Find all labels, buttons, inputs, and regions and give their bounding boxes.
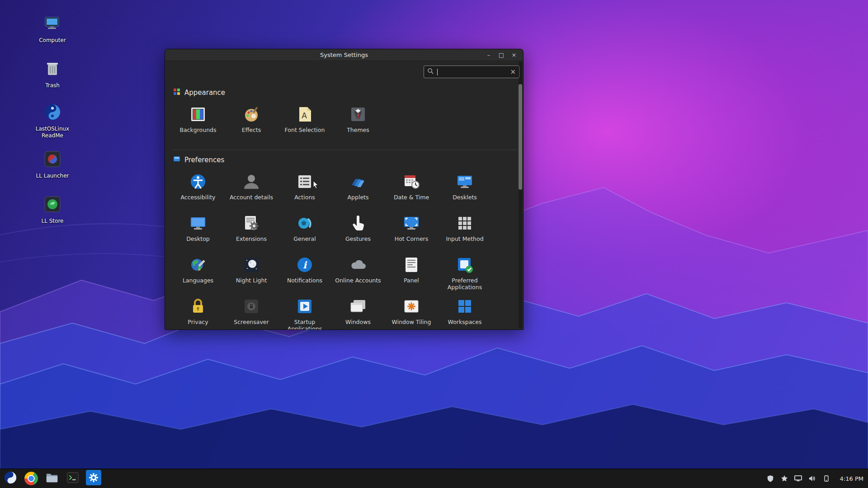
taskbar-clock[interactable]: 4:16 PM xyxy=(840,475,863,482)
search-row: × xyxy=(165,61,523,83)
tile-themes[interactable]: Themes xyxy=(331,103,385,142)
tile-gestures[interactable]: Gestures xyxy=(331,211,385,253)
tile-date-time[interactable]: Date & Time xyxy=(385,170,438,211)
tile-actions[interactable]: Actions xyxy=(278,170,331,211)
readme-icon xyxy=(42,102,62,122)
hot-corners-icon xyxy=(401,213,421,233)
tile-font-selection[interactable]: A Font Selection xyxy=(278,103,331,142)
gestures-icon xyxy=(348,213,368,233)
display-icon[interactable] xyxy=(794,474,802,483)
clear-search-icon[interactable]: × xyxy=(510,68,516,76)
ll-store-icon xyxy=(42,194,62,214)
tile-label: Date & Time xyxy=(394,194,429,201)
tile-label: Night Light xyxy=(236,277,267,284)
night-light-icon xyxy=(241,255,261,275)
tile-label: Effects xyxy=(242,127,261,133)
tile-label: Windows xyxy=(345,319,371,325)
tile-account-details[interactable]: Account details xyxy=(225,170,278,211)
panel-icon xyxy=(401,255,421,275)
tile-effects[interactable]: Effects xyxy=(225,103,278,142)
tile-label: Desktop xyxy=(186,235,210,242)
desktop-icon-label: LastOSLinux ReadMe xyxy=(30,126,75,139)
system-settings-window: System Settings – □ × × Appearance xyxy=(165,49,524,330)
desktop-icon-ll-launcher[interactable]: LL Launcher xyxy=(30,149,75,179)
desktop-icon-label: LL Launcher xyxy=(30,173,75,179)
trash-icon xyxy=(42,59,62,79)
tile-label: Account details xyxy=(230,194,273,201)
mouse-cursor xyxy=(311,180,321,190)
desktop-icon-trash[interactable]: Trash xyxy=(30,59,75,89)
tile-label: Online Accounts xyxy=(335,277,381,284)
close-button[interactable]: × xyxy=(508,49,520,61)
tile-extensions[interactable]: Extensions xyxy=(225,211,278,253)
settings-launcher-active[interactable] xyxy=(86,471,101,486)
browser-launcher[interactable] xyxy=(24,471,39,486)
desktop-icon-ll-store[interactable]: LL Store xyxy=(30,194,75,225)
tile-label: Hot Corners xyxy=(395,235,428,242)
tile-label: Extensions xyxy=(236,235,267,242)
tile-label: Notifications xyxy=(287,277,322,284)
tile-general[interactable]: General xyxy=(278,211,331,253)
chrome-icon xyxy=(24,472,38,485)
tile-applets[interactable]: Applets xyxy=(331,170,385,211)
tile-hot-corners[interactable]: Hot Corners xyxy=(385,211,438,253)
search-box[interactable]: × xyxy=(424,66,519,78)
tile-label: Desklets xyxy=(453,194,477,201)
general-icon xyxy=(295,213,315,233)
appearance-section-icon xyxy=(173,88,180,97)
titlebar[interactable]: System Settings – □ × xyxy=(165,49,523,61)
minimize-button[interactable]: – xyxy=(482,49,495,61)
volume-icon[interactable] xyxy=(808,474,816,483)
desktop-icon-label: Trash xyxy=(30,82,75,89)
tile-screensaver[interactable]: Screensaver xyxy=(225,295,278,329)
tile-languages[interactable]: Languages xyxy=(171,253,225,295)
menu-button[interactable] xyxy=(3,471,18,486)
section-header-preferences: Preferences xyxy=(173,155,523,164)
folder-icon xyxy=(45,471,59,486)
search-input[interactable] xyxy=(439,69,508,75)
tile-startup-applications[interactable]: Startup Applications xyxy=(278,295,331,329)
tile-preferred-applications[interactable]: Preferred Applications xyxy=(438,253,491,295)
menu-icon xyxy=(4,471,17,486)
taskbar: 4:16 PM xyxy=(0,469,868,488)
preferences-grid: Accessibility Account details Actions Ap… xyxy=(171,170,523,329)
tile-online-accounts[interactable]: Online Accounts xyxy=(331,253,385,295)
maximize-button[interactable]: □ xyxy=(495,49,508,61)
tile-backgrounds[interactable]: Backgrounds xyxy=(171,103,225,142)
tile-panel[interactable]: Panel xyxy=(385,253,438,295)
backgrounds-icon xyxy=(188,104,208,124)
section-title: Preferences xyxy=(184,156,224,164)
online-accounts-icon xyxy=(348,255,368,275)
tile-accessibility[interactable]: Accessibility xyxy=(171,170,225,211)
screensaver-icon xyxy=(241,296,261,316)
scrollbar-thumb[interactable] xyxy=(519,84,522,190)
tile-window-tiling[interactable]: Window Tiling xyxy=(385,295,438,329)
settings-content: Appearance Backgrounds Effects A Font Se… xyxy=(165,83,523,329)
tile-windows[interactable]: Windows xyxy=(331,295,385,329)
desktop-icon-computer[interactable]: Computer xyxy=(30,14,75,44)
desktop-icon-readme[interactable]: LastOSLinux ReadMe xyxy=(30,102,75,139)
scrollbar-track[interactable] xyxy=(519,61,522,328)
date-time-icon xyxy=(401,172,421,192)
extensions-icon xyxy=(241,213,261,233)
desktop-icon-label: LL Store xyxy=(30,218,75,225)
tile-label: Languages xyxy=(183,277,213,284)
tile-workspaces[interactable]: Workspaces xyxy=(438,295,491,329)
appearance-grid: Backgrounds Effects A Font Selection The… xyxy=(171,103,523,142)
tile-night-light[interactable]: Night Light xyxy=(225,253,278,295)
section-divider xyxy=(172,150,518,150)
terminal-launcher[interactable] xyxy=(65,471,80,486)
star-icon[interactable] xyxy=(780,474,788,483)
files-launcher[interactable] xyxy=(44,471,60,486)
tile-notifications[interactable]: i Notifications xyxy=(278,253,331,295)
tile-desktop[interactable]: Desktop xyxy=(171,211,225,253)
tile-label: Themes xyxy=(347,127,369,133)
tile-desklets[interactable]: Desklets xyxy=(438,170,491,211)
device-icon[interactable] xyxy=(822,474,830,483)
shield-icon[interactable] xyxy=(766,474,774,483)
privacy-icon xyxy=(188,296,208,316)
terminal-icon xyxy=(66,471,80,486)
tile-privacy[interactable]: Privacy xyxy=(171,295,225,329)
tile-label: Screensaver xyxy=(234,319,269,325)
tile-input-method[interactable]: Input Method xyxy=(438,211,491,253)
